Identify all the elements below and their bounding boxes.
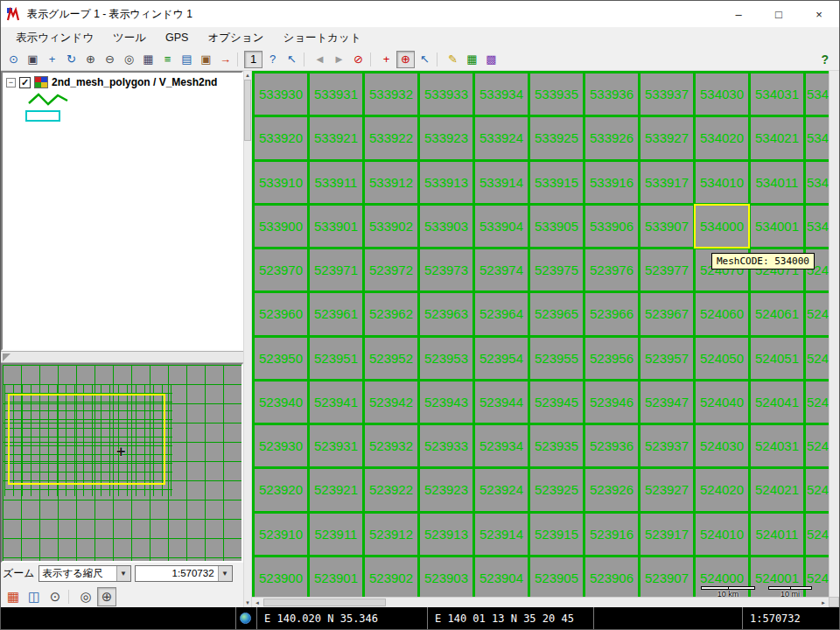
mesh-cell[interactable]: 523950 <box>255 338 307 379</box>
overview-window-icon[interactable]: ◫ <box>24 587 44 606</box>
mesh-cell[interactable]: 524051 <box>751 338 803 379</box>
forward-icon[interactable]: ► <box>330 51 348 68</box>
mesh-cell[interactable]: 523970 <box>255 249 307 290</box>
mesh-cell[interactable]: 523942 <box>365 382 417 423</box>
panel-splitter[interactable] <box>1 351 243 363</box>
mesh-cell[interactable]: 523946 <box>585 382 638 423</box>
mesh-cell[interactable]: 524011 <box>751 514 803 555</box>
mesh-cell[interactable]: 523912 <box>365 514 417 555</box>
layer-tree-item[interactable]: − ✓ 2nd_mesh_polygon / V_Mesh2nd <box>6 76 238 88</box>
mesh-cell[interactable]: 523923 <box>420 469 472 510</box>
chart-icon[interactable]: ▩ <box>482 51 500 68</box>
mesh-cell[interactable]: 533907 <box>640 206 693 247</box>
mesh-cell[interactable]: 533912 <box>365 162 417 203</box>
mesh-cell[interactable]: 533924 <box>475 117 528 158</box>
mesh-cell[interactable]: 523937 <box>640 425 693 466</box>
cancel-icon[interactable]: ⊘ <box>349 51 368 68</box>
mesh-cell[interactable]: 523920 <box>255 469 307 510</box>
mesh-cell[interactable]: 534030 <box>696 74 748 115</box>
mesh-cell[interactable]: 523953 <box>420 338 472 379</box>
mesh-cell[interactable]: 533916 <box>585 162 638 203</box>
mesh-cell[interactable]: 523906 <box>585 557 638 597</box>
maximize-button[interactable]: □ <box>759 1 799 27</box>
mesh-grid-icon[interactable]: ▦ <box>139 51 158 68</box>
mesh-cell[interactable]: 523964 <box>475 293 528 334</box>
mesh-cell[interactable]: 523922 <box>365 469 417 510</box>
mesh-cell[interactable]: 523941 <box>310 382 362 423</box>
mesh-cell[interactable]: 523934 <box>475 425 528 466</box>
scroll-left-icon[interactable]: ◄ <box>252 598 262 608</box>
menu-item[interactable]: 表示ウィンドウ <box>6 28 103 48</box>
mesh-cell[interactable]: 534020 <box>696 117 748 158</box>
mesh-cell[interactable]: 523965 <box>530 293 583 334</box>
mesh-cell[interactable]: 523966 <box>585 293 638 334</box>
mesh-cell[interactable]: 533903 <box>420 206 472 247</box>
mesh-cell[interactable]: 523925 <box>530 469 583 510</box>
mesh-cell[interactable]: 524030 <box>696 425 748 466</box>
scroll-down-icon[interactable]: ▼ <box>244 598 251 607</box>
mesh-cell[interactable]: 533937 <box>640 74 693 115</box>
redraw-icon[interactable]: ↻ <box>62 51 80 68</box>
mesh-cell[interactable]: 533904 <box>475 206 528 247</box>
zoom-rect-icon[interactable]: ◎ <box>120 51 138 68</box>
full-extent-icon[interactable]: ▣ <box>24 51 42 68</box>
menu-item[interactable]: ツール <box>103 28 156 48</box>
mesh-cell[interactable]: 533914 <box>475 162 528 203</box>
pan-view-icon[interactable]: + <box>43 51 61 68</box>
viewport-rectangle[interactable] <box>8 394 165 485</box>
mesh-cell[interactable]: 524 <box>806 293 829 334</box>
mesh-cell[interactable]: 523972 <box>365 249 417 290</box>
mesh-cell[interactable]: 533923 <box>420 117 472 158</box>
zoom-window-icon[interactable]: ◎ <box>76 587 95 606</box>
mesh-cell[interactable]: 533930 <box>255 74 307 115</box>
vertical-scrollbar[interactable]: ▲ ▼ <box>243 71 252 607</box>
select-tool-icon[interactable]: ↖ <box>416 51 434 68</box>
mesh-cell[interactable]: 523973 <box>420 249 472 290</box>
mesh-cell[interactable]: 523954 <box>475 338 528 379</box>
mesh-cell[interactable]: 523945 <box>530 382 583 423</box>
mesh-cell[interactable]: 533922 <box>365 117 417 158</box>
back-icon[interactable]: ◄ <box>311 51 329 68</box>
mesh-cell[interactable]: 523911 <box>310 514 362 555</box>
mesh-cell[interactable]: 523907 <box>640 557 693 597</box>
mesh-cell[interactable]: 533925 <box>530 117 583 158</box>
dropdown-arrow-icon[interactable]: ▼ <box>116 566 130 581</box>
zoom-in-icon[interactable]: ⊕ <box>81 51 100 68</box>
close-button[interactable]: × <box>799 1 839 27</box>
mesh-cell[interactable]: 523956 <box>585 338 638 379</box>
mesh-cell[interactable]: 533902 <box>365 206 417 247</box>
mesh-cell[interactable]: 534 <box>806 162 829 203</box>
scale-value-dropdown[interactable]: 1:570732 ▼ <box>135 565 233 582</box>
mesh-cell[interactable]: 524040 <box>696 382 748 423</box>
mesh-cell[interactable]: 523975 <box>530 249 583 290</box>
mesh-cell[interactable]: 523962 <box>365 293 417 334</box>
mesh-cell[interactable]: 524021 <box>751 469 803 510</box>
mesh-cell[interactable]: 533901 <box>310 206 362 247</box>
mesh-cell[interactable]: 523902 <box>365 557 417 597</box>
mesh-cell[interactable]: 533906 <box>585 206 638 247</box>
layer-list-icon[interactable]: ≡ <box>158 51 177 68</box>
mesh-cell[interactable]: 533931 <box>310 74 362 115</box>
mesh-cell[interactable]: 523971 <box>310 249 362 290</box>
mesh-cell[interactable]: 523927 <box>640 469 693 510</box>
zoom-tool-icon[interactable]: ⊕ <box>396 51 415 68</box>
edit-mesh-icon[interactable]: ▦ <box>463 51 481 68</box>
mesh-cell[interactable]: 533927 <box>640 117 693 158</box>
mesh-cell[interactable]: 523910 <box>255 514 307 555</box>
mesh-cell[interactable]: 524041 <box>751 382 803 423</box>
mesh-cell[interactable]: 523963 <box>420 293 472 334</box>
world-view-icon[interactable]: ⊙ <box>4 51 23 68</box>
layer-label[interactable]: 2nd_mesh_polygon / V_Mesh2nd <box>52 76 217 88</box>
menu-item[interactable]: オプション <box>198 28 273 48</box>
mesh-cell[interactable]: 533900 <box>255 206 307 247</box>
mesh-cell[interactable]: 524050 <box>696 338 748 379</box>
mesh-cell[interactable]: 524020 <box>696 469 748 510</box>
horizontal-scroll-thumb[interactable] <box>263 598 386 606</box>
mesh-cell[interactable]: 523901 <box>310 557 362 597</box>
vertical-scroll-thumb[interactable] <box>244 80 251 141</box>
mesh-cell[interactable]: 523961 <box>310 293 362 334</box>
mesh-cell[interactable]: 523977 <box>640 249 693 290</box>
mesh-cell[interactable]: 534010 <box>696 162 748 203</box>
help-button[interactable]: ? <box>821 52 829 66</box>
right-scroll-track[interactable] <box>829 71 839 597</box>
